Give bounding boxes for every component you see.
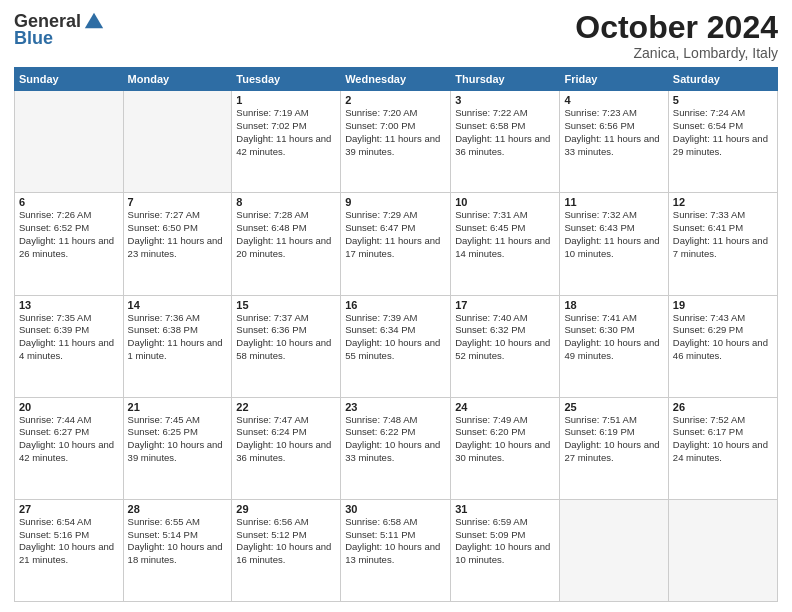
cell-info: Sunrise: 7:29 AM Sunset: 6:47 PM Dayligh… (345, 209, 446, 260)
day-number: 20 (19, 401, 119, 413)
calendar-cell: 6Sunrise: 7:26 AM Sunset: 6:52 PM Daylig… (15, 193, 124, 295)
cell-info: Sunrise: 7:40 AM Sunset: 6:32 PM Dayligh… (455, 312, 555, 363)
header-row: Sunday Monday Tuesday Wednesday Thursday… (15, 68, 778, 91)
cell-info: Sunrise: 6:54 AM Sunset: 5:16 PM Dayligh… (19, 516, 119, 567)
day-number: 28 (128, 503, 228, 515)
cell-info: Sunrise: 7:22 AM Sunset: 6:58 PM Dayligh… (455, 107, 555, 158)
cell-info: Sunrise: 7:41 AM Sunset: 6:30 PM Dayligh… (564, 312, 663, 363)
day-number: 7 (128, 196, 228, 208)
cell-info: Sunrise: 7:20 AM Sunset: 7:00 PM Dayligh… (345, 107, 446, 158)
cell-info: Sunrise: 7:47 AM Sunset: 6:24 PM Dayligh… (236, 414, 336, 465)
logo-blue: Blue (14, 28, 53, 49)
calendar-cell (15, 91, 124, 193)
calendar-week-1: 1Sunrise: 7:19 AM Sunset: 7:02 PM Daylig… (15, 91, 778, 193)
day-number: 13 (19, 299, 119, 311)
cell-info: Sunrise: 7:23 AM Sunset: 6:56 PM Dayligh… (564, 107, 663, 158)
cell-info: Sunrise: 7:39 AM Sunset: 6:34 PM Dayligh… (345, 312, 446, 363)
calendar-cell: 17Sunrise: 7:40 AM Sunset: 6:32 PM Dayli… (451, 295, 560, 397)
logo-icon (83, 10, 105, 32)
svg-marker-0 (85, 13, 103, 29)
day-number: 11 (564, 196, 663, 208)
calendar-cell: 11Sunrise: 7:32 AM Sunset: 6:43 PM Dayli… (560, 193, 668, 295)
cell-info: Sunrise: 7:43 AM Sunset: 6:29 PM Dayligh… (673, 312, 773, 363)
cell-info: Sunrise: 7:27 AM Sunset: 6:50 PM Dayligh… (128, 209, 228, 260)
calendar-cell: 5Sunrise: 7:24 AM Sunset: 6:54 PM Daylig… (668, 91, 777, 193)
day-number: 22 (236, 401, 336, 413)
day-number: 10 (455, 196, 555, 208)
cell-info: Sunrise: 6:59 AM Sunset: 5:09 PM Dayligh… (455, 516, 555, 567)
month-title: October 2024 (575, 10, 778, 45)
calendar-cell: 4Sunrise: 7:23 AM Sunset: 6:56 PM Daylig… (560, 91, 668, 193)
day-number: 15 (236, 299, 336, 311)
header-thursday: Thursday (451, 68, 560, 91)
cell-info: Sunrise: 7:45 AM Sunset: 6:25 PM Dayligh… (128, 414, 228, 465)
calendar-cell: 24Sunrise: 7:49 AM Sunset: 6:20 PM Dayli… (451, 397, 560, 499)
cell-info: Sunrise: 7:37 AM Sunset: 6:36 PM Dayligh… (236, 312, 336, 363)
calendar-cell: 26Sunrise: 7:52 AM Sunset: 6:17 PM Dayli… (668, 397, 777, 499)
cell-info: Sunrise: 7:36 AM Sunset: 6:38 PM Dayligh… (128, 312, 228, 363)
calendar-cell (560, 499, 668, 601)
header-wednesday: Wednesday (341, 68, 451, 91)
cell-info: Sunrise: 7:51 AM Sunset: 6:19 PM Dayligh… (564, 414, 663, 465)
calendar-cell: 16Sunrise: 7:39 AM Sunset: 6:34 PM Dayli… (341, 295, 451, 397)
day-number: 19 (673, 299, 773, 311)
cell-info: Sunrise: 7:19 AM Sunset: 7:02 PM Dayligh… (236, 107, 336, 158)
cell-info: Sunrise: 7:48 AM Sunset: 6:22 PM Dayligh… (345, 414, 446, 465)
calendar-table: Sunday Monday Tuesday Wednesday Thursday… (14, 67, 778, 602)
day-number: 1 (236, 94, 336, 106)
day-number: 27 (19, 503, 119, 515)
day-number: 2 (345, 94, 446, 106)
calendar-cell: 12Sunrise: 7:33 AM Sunset: 6:41 PM Dayli… (668, 193, 777, 295)
day-number: 16 (345, 299, 446, 311)
header-sunday: Sunday (15, 68, 124, 91)
calendar-week-2: 6Sunrise: 7:26 AM Sunset: 6:52 PM Daylig… (15, 193, 778, 295)
day-number: 9 (345, 196, 446, 208)
calendar-cell (668, 499, 777, 601)
cell-info: Sunrise: 7:52 AM Sunset: 6:17 PM Dayligh… (673, 414, 773, 465)
day-number: 30 (345, 503, 446, 515)
calendar-cell: 28Sunrise: 6:55 AM Sunset: 5:14 PM Dayli… (123, 499, 232, 601)
day-number: 26 (673, 401, 773, 413)
calendar-cell: 22Sunrise: 7:47 AM Sunset: 6:24 PM Dayli… (232, 397, 341, 499)
calendar-cell: 23Sunrise: 7:48 AM Sunset: 6:22 PM Dayli… (341, 397, 451, 499)
cell-info: Sunrise: 7:31 AM Sunset: 6:45 PM Dayligh… (455, 209, 555, 260)
calendar-cell: 29Sunrise: 6:56 AM Sunset: 5:12 PM Dayli… (232, 499, 341, 601)
cell-info: Sunrise: 7:24 AM Sunset: 6:54 PM Dayligh… (673, 107, 773, 158)
calendar-cell: 18Sunrise: 7:41 AM Sunset: 6:30 PM Dayli… (560, 295, 668, 397)
calendar-cell: 3Sunrise: 7:22 AM Sunset: 6:58 PM Daylig… (451, 91, 560, 193)
cell-info: Sunrise: 6:58 AM Sunset: 5:11 PM Dayligh… (345, 516, 446, 567)
day-number: 14 (128, 299, 228, 311)
cell-info: Sunrise: 7:26 AM Sunset: 6:52 PM Dayligh… (19, 209, 119, 260)
calendar-cell: 31Sunrise: 6:59 AM Sunset: 5:09 PM Dayli… (451, 499, 560, 601)
title-section: October 2024 Zanica, Lombardy, Italy (575, 10, 778, 61)
day-number: 17 (455, 299, 555, 311)
cell-info: Sunrise: 6:56 AM Sunset: 5:12 PM Dayligh… (236, 516, 336, 567)
calendar-cell: 25Sunrise: 7:51 AM Sunset: 6:19 PM Dayli… (560, 397, 668, 499)
day-number: 18 (564, 299, 663, 311)
day-number: 8 (236, 196, 336, 208)
day-number: 23 (345, 401, 446, 413)
calendar-cell: 10Sunrise: 7:31 AM Sunset: 6:45 PM Dayli… (451, 193, 560, 295)
day-number: 29 (236, 503, 336, 515)
calendar-cell: 2Sunrise: 7:20 AM Sunset: 7:00 PM Daylig… (341, 91, 451, 193)
cell-info: Sunrise: 7:35 AM Sunset: 6:39 PM Dayligh… (19, 312, 119, 363)
logo: General Blue (14, 10, 105, 49)
day-number: 31 (455, 503, 555, 515)
header-monday: Monday (123, 68, 232, 91)
day-number: 24 (455, 401, 555, 413)
day-number: 6 (19, 196, 119, 208)
location-subtitle: Zanica, Lombardy, Italy (575, 45, 778, 61)
calendar-cell: 1Sunrise: 7:19 AM Sunset: 7:02 PM Daylig… (232, 91, 341, 193)
day-number: 25 (564, 401, 663, 413)
cell-info: Sunrise: 7:49 AM Sunset: 6:20 PM Dayligh… (455, 414, 555, 465)
calendar-week-3: 13Sunrise: 7:35 AM Sunset: 6:39 PM Dayli… (15, 295, 778, 397)
header-saturday: Saturday (668, 68, 777, 91)
header-tuesday: Tuesday (232, 68, 341, 91)
calendar-cell: 30Sunrise: 6:58 AM Sunset: 5:11 PM Dayli… (341, 499, 451, 601)
day-number: 12 (673, 196, 773, 208)
calendar-cell: 21Sunrise: 7:45 AM Sunset: 6:25 PM Dayli… (123, 397, 232, 499)
day-number: 3 (455, 94, 555, 106)
header-friday: Friday (560, 68, 668, 91)
day-number: 5 (673, 94, 773, 106)
calendar-cell: 15Sunrise: 7:37 AM Sunset: 6:36 PM Dayli… (232, 295, 341, 397)
